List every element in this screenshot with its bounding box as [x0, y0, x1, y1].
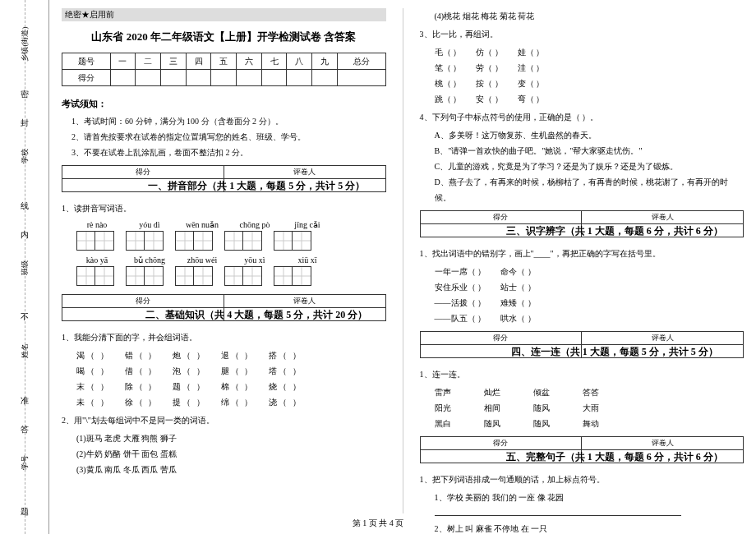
word-pair: 浇（ ） — [269, 394, 302, 410]
field-id: 学号 — [19, 454, 30, 469]
option-c: C、儿童的游戏，究竟是为了学习？还是为了娱乐？还是为了锻炼。 — [435, 159, 744, 174]
score-cell[interactable] — [186, 70, 211, 86]
notice-item: 1、考试时间：60 分钟，满分为 100 分（含卷面分 2 分）。 — [71, 113, 386, 129]
question-1-1: 1、读拼音写词语。 — [62, 200, 386, 216]
score-head: 九 — [312, 53, 338, 70]
char-grid[interactable] — [274, 266, 311, 286]
right-column: (4)桃花 烟花 梅花 菊花 荷花 3、比一比，再组词。 毛（ ） 仿（ ） 娃… — [420, 8, 744, 513]
group-line: (2)牛奶 奶酪 饼干 面包 蛋糕 — [76, 446, 386, 462]
word-pair: 一年一席（ ） — [435, 264, 486, 279]
marker-label: 评卷人 — [582, 211, 744, 224]
match-item: 黑白 — [435, 416, 451, 431]
field-township: 乡镇(街道) — [19, 26, 30, 61]
char-grid[interactable] — [76, 231, 114, 251]
pinyin-row: kào yā bǔ chōng zhōu wéi yōu xì xiū xī — [76, 255, 386, 265]
group-line: (3)黄瓜 南瓜 冬瓜 西瓜 苦瓜 — [76, 462, 386, 477]
section-4-title: 四、连一连（共 1 大题，每题 5 分，共计 5 分） — [486, 345, 744, 359]
char-grid[interactable] — [76, 266, 114, 286]
score-head: 题号 — [62, 53, 111, 70]
match-item: 舞动 — [583, 416, 599, 431]
column-divider — [403, 8, 403, 513]
question-4-1: 1、连一连。 — [420, 366, 744, 382]
score-head: 四 — [186, 53, 211, 70]
section-5-title: 五、完整句子（共 1 大题，每题 6 分，共计 6 分） — [486, 450, 744, 464]
match-col: 倾盆 随风 随风 — [533, 384, 550, 431]
score-cell[interactable] — [237, 70, 262, 86]
match-item: 随风 — [533, 416, 550, 431]
page-footer: 第 1 页 共 4 页 — [0, 518, 756, 529]
match-col: 灿烂 相间 随风 — [484, 384, 500, 431]
word-pair: 安（ ） — [476, 91, 503, 107]
pinyin: yóu dì — [129, 220, 170, 229]
word-pair: 泡（ ） — [173, 363, 206, 379]
marker-label: 评卷人 — [582, 437, 744, 450]
section-3-title: 三、识字辨字（共 1 大题，每题 6 分，共计 6 分） — [486, 224, 744, 238]
score-table: 题号 一 二 三 四 五 六 七 八 九 总分 得分 — [62, 53, 386, 86]
word-pair: 腿（ ） — [221, 363, 255, 379]
match-item: 答答 — [583, 384, 599, 400]
char-grid[interactable] — [224, 266, 262, 286]
match-item: 相间 — [484, 400, 500, 416]
word-pair: 难矮（ ） — [500, 295, 536, 311]
match-col: 答答 大雨 舞动 — [583, 384, 599, 431]
sentence-words: 1、学校 美丽的 我们的 一座 像 花园 — [435, 490, 744, 505]
char-grid[interactable] — [126, 231, 164, 251]
word-row: 渴（ ） 错（ ） 炮（ ） 退（ ） 搭（ ） — [76, 348, 386, 363]
score-head: 二 — [136, 53, 161, 70]
word-row: 一年一席（ ） 命今（ ） — [435, 264, 744, 279]
word-pair: 搭（ ） — [269, 348, 302, 363]
word-pair: 借（ ） — [125, 363, 159, 379]
word-pair: 仿（ ） — [476, 44, 503, 60]
option-a: A、多美呀！这万物复苏、生机盎然的春天。 — [435, 127, 744, 143]
char-grid[interactable] — [274, 231, 311, 251]
word-pair: 跳（ ） — [435, 91, 462, 107]
word-row: 桃（ ） 按（ ） 变（ ） — [435, 76, 744, 91]
word-pair: 炮（ ） — [173, 348, 206, 363]
notice-item: 3、不要在试卷上乱涂乱画，卷面不整洁扣 2 分。 — [71, 145, 386, 160]
match-item: 倾盆 — [533, 384, 550, 400]
question-2-2: 2、用"\"划去每组词中不是同一类的词语。 — [62, 412, 386, 428]
word-pair: 错（ ） — [125, 348, 159, 363]
page-content: 绝密★启用前 山东省 2020 年二年级语文【上册】开学检测试卷 含答案 题号 … — [49, 0, 756, 534]
score-cell[interactable] — [261, 70, 287, 86]
section-2-title: 二、基础知识（共 4 大题，每题 5 分，共计 20 分） — [127, 308, 386, 322]
match-item: 随风 — [533, 400, 550, 416]
match-item: 大雨 — [583, 400, 599, 416]
score-cell[interactable] — [337, 70, 385, 86]
word-pair: 娃（ ） — [518, 44, 545, 60]
char-grid[interactable] — [175, 266, 213, 286]
field-school: 学校 — [19, 148, 30, 163]
marker-label: 得分 — [420, 332, 582, 345]
word-row: 跳（ ） 安（ ） 弯（ ） — [435, 91, 744, 107]
score-head: 八 — [287, 53, 312, 70]
score-cell[interactable] — [312, 70, 338, 86]
group-line: (4)桃花 烟花 梅花 菊花 荷花 — [435, 8, 744, 24]
word-pair: 洼（ ） — [518, 60, 545, 76]
score-head: 七 — [261, 53, 287, 70]
score-head: 三 — [160, 53, 186, 70]
question-2-4: 4、下列句子中标点符号的使用，正确的是（ ）。 — [420, 109, 744, 125]
score-cell[interactable] — [110, 70, 136, 86]
pinyin: kào yā — [76, 255, 118, 265]
marker-label: 评卷人 — [224, 166, 385, 179]
pinyin: xiū xī — [287, 255, 328, 265]
char-grid-row — [76, 266, 386, 286]
score-head: 一 — [110, 53, 136, 70]
word-pair: 末（ ） — [76, 379, 110, 394]
score-cell[interactable] — [287, 70, 312, 86]
score-cell[interactable] — [160, 70, 186, 86]
marker-label: 得分 — [62, 295, 224, 308]
notice-item: 2、请首先按要求在试卷的指定位置填写您的姓名、班级、学号。 — [71, 129, 386, 145]
word-pair: ——队五（ ） — [435, 311, 486, 326]
pinyin: zhōu wéi — [182, 255, 223, 265]
question-3-1: 1、找出词语中的错别字，画上"____"，再把正确的字写在括号里。 — [420, 246, 744, 261]
word-pair: 棉（ ） — [221, 379, 255, 394]
char-grid[interactable] — [126, 266, 164, 286]
score-cell[interactable] — [211, 70, 237, 86]
char-grid[interactable] — [175, 231, 213, 251]
char-grid-row — [76, 231, 386, 251]
word-pair: 哄水（ ） — [500, 311, 536, 326]
pinyin: chōng pò — [234, 220, 275, 229]
score-cell[interactable] — [136, 70, 161, 86]
char-grid[interactable] — [224, 231, 262, 251]
